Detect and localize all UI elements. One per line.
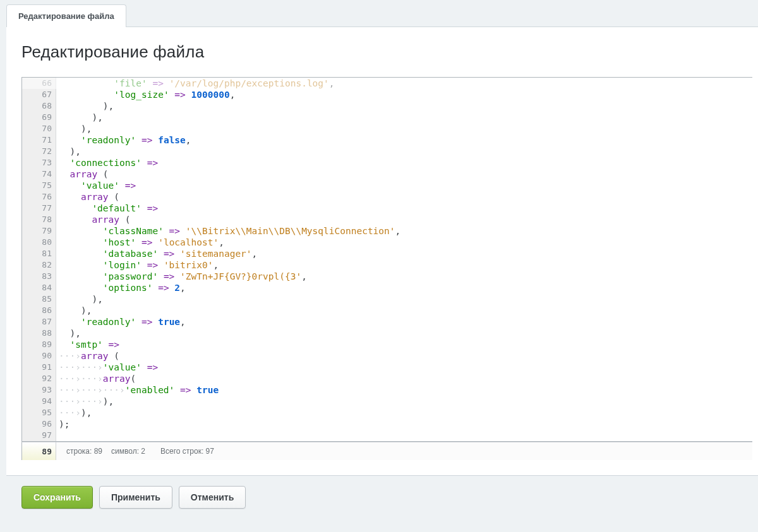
code-content[interactable]: ), xyxy=(56,305,92,316)
line-number: 83 xyxy=(22,271,56,282)
line-number: 80 xyxy=(22,237,56,248)
code-line[interactable]: 69 ), xyxy=(22,112,752,123)
tab-label: Редактирование файла xyxy=(18,11,114,21)
line-number: 84 xyxy=(22,282,56,293)
code-content[interactable]: ), xyxy=(56,123,92,134)
code-line[interactable]: 78 array ( xyxy=(22,214,752,225)
code-content[interactable]: array ( xyxy=(56,191,119,203)
code-line[interactable]: 71 'readonly' => false, xyxy=(22,134,752,146)
line-number: 68 xyxy=(22,100,56,112)
line-number: 72 xyxy=(22,146,56,157)
code-content[interactable]: 'readonly' => true, xyxy=(56,316,186,328)
line-number: 86 xyxy=(22,305,56,316)
save-button-label: Сохранить xyxy=(33,492,81,502)
code-content[interactable]: ), xyxy=(56,112,103,123)
page: Редактирование файла Редактирование файл… xyxy=(0,0,758,532)
code-line[interactable]: 83 'password' => 'ZwTn+JF{GV?}0rvpl({3', xyxy=(22,271,752,282)
code-line[interactable]: 95···›), xyxy=(22,407,752,418)
code-editor[interactable]: 66 'file' => '/var/log/php/exceptions.lo… xyxy=(21,77,752,442)
code-content[interactable]: ); xyxy=(56,418,69,430)
code-line[interactable]: 67 'log_size' => 1000000, xyxy=(22,89,752,100)
code-content[interactable]: ···›···›···›'enabled' => true xyxy=(56,384,219,396)
code-line[interactable]: 72 ), xyxy=(22,146,752,157)
line-number: 67 xyxy=(22,89,56,100)
code-line[interactable]: 86 ), xyxy=(22,305,752,316)
code-line[interactable]: 70 ), xyxy=(22,123,752,134)
code-line[interactable]: 81 'database' => 'sitemanager', xyxy=(22,248,752,259)
cancel-button-label: Отменить xyxy=(191,492,234,502)
code-content[interactable]: 'file' => '/var/log/php/exceptions.log', xyxy=(56,78,335,89)
line-number: 74 xyxy=(22,168,56,180)
goto-line-input[interactable]: 89 xyxy=(22,442,56,460)
code-content[interactable]: ), xyxy=(56,293,103,305)
code-line[interactable]: 80 'host' => 'localhost', xyxy=(22,237,752,248)
save-button[interactable]: Сохранить xyxy=(21,486,93,509)
line-number: 71 xyxy=(22,134,56,146)
code-content[interactable]: 'className' => '\\Bitrix\\Main\\DB\\Mysq… xyxy=(56,225,400,237)
apply-button[interactable]: Применить xyxy=(99,486,172,509)
code-content[interactable]: ···›array ( xyxy=(56,350,119,362)
tab-row: Редактирование файла xyxy=(6,0,758,27)
code-line[interactable]: 77 'default' => xyxy=(22,203,752,214)
line-number: 70 xyxy=(22,123,56,134)
code-content[interactable]: 'readonly' => false, xyxy=(56,134,191,146)
page-title: Редактирование файла xyxy=(21,42,758,62)
line-number: 66 xyxy=(22,78,56,89)
code-line[interactable]: 90···›array ( xyxy=(22,350,752,362)
code-line[interactable]: 74 array ( xyxy=(22,168,752,180)
tab-edit-file[interactable]: Редактирование файла xyxy=(6,4,126,27)
code-content[interactable]: array ( xyxy=(56,168,109,180)
code-line[interactable]: 88 ), xyxy=(22,328,752,339)
code-line[interactable]: 68 ), xyxy=(22,100,752,112)
code-content[interactable]: 'smtp' => xyxy=(56,339,119,350)
line-number: 91 xyxy=(22,362,56,373)
goto-line-value: 89 xyxy=(42,447,52,456)
line-number: 87 xyxy=(22,316,56,328)
code-editor-body[interactable]: 66 'file' => '/var/log/php/exceptions.lo… xyxy=(22,78,752,441)
code-line[interactable]: 82 'login' => 'bitrix0', xyxy=(22,259,752,271)
code-line[interactable]: 79 'className' => '\\Bitrix\\Main\\DB\\M… xyxy=(22,225,752,237)
code-content[interactable]: 'database' => 'sitemanager', xyxy=(56,248,257,259)
code-line[interactable]: 85 ), xyxy=(22,293,752,305)
status-row: строка: 89 xyxy=(56,447,102,456)
code-line[interactable]: 94···›···›), xyxy=(22,396,752,407)
code-line[interactable]: 97 xyxy=(22,430,752,441)
code-line[interactable]: 93···›···›···›'enabled' => true xyxy=(22,384,752,396)
code-line[interactable]: 66 'file' => '/var/log/php/exceptions.lo… xyxy=(22,78,752,89)
code-line[interactable]: 76 array ( xyxy=(22,191,752,203)
code-content[interactable]: ···›), xyxy=(56,407,92,418)
code-content[interactable]: 'host' => 'localhost', xyxy=(56,237,224,248)
code-content[interactable]: ···›···›'value' => xyxy=(56,362,158,373)
code-line[interactable]: 87 'readonly' => true, xyxy=(22,316,752,328)
code-line[interactable]: 91···›···›'value' => xyxy=(22,362,752,373)
line-number: 97 xyxy=(22,430,56,441)
code-content[interactable]: 'password' => 'ZwTn+JF{GV?}0rvpl({3', xyxy=(56,271,307,282)
code-line[interactable]: 73 'connections' => xyxy=(22,157,752,168)
code-line[interactable]: 75 'value' => xyxy=(22,180,752,191)
code-content[interactable]: ), xyxy=(56,328,81,339)
code-line[interactable]: 84 'options' => 2, xyxy=(22,282,752,293)
code-content[interactable]: 'value' => xyxy=(56,180,136,191)
code-line[interactable]: 89 'smtp' => xyxy=(22,339,752,350)
code-content[interactable] xyxy=(56,430,59,441)
line-number: 94 xyxy=(22,396,56,407)
panel: Редактирование файла 66 'file' => '/var/… xyxy=(6,27,758,476)
code-content[interactable]: ), xyxy=(56,146,81,157)
line-number: 85 xyxy=(22,293,56,305)
code-content[interactable]: ), xyxy=(56,100,114,112)
code-line[interactable]: 96); xyxy=(22,418,752,430)
code-content[interactable]: ···›···›), xyxy=(56,396,114,407)
code-line[interactable]: 92···›···›array( xyxy=(22,373,752,384)
code-content[interactable]: 'default' => xyxy=(56,203,158,214)
code-content[interactable]: 'options' => 2, xyxy=(56,282,186,293)
cancel-button[interactable]: Отменить xyxy=(179,486,246,509)
line-number: 95 xyxy=(22,407,56,418)
line-number: 96 xyxy=(22,418,56,430)
code-content[interactable]: 'login' => 'bitrix0', xyxy=(56,259,219,271)
status-total: Всего строк: 97 xyxy=(145,447,214,456)
code-content[interactable]: 'log_size' => 1000000, xyxy=(56,89,235,100)
code-content[interactable]: 'connections' => xyxy=(56,157,158,168)
code-content[interactable]: array ( xyxy=(56,214,131,225)
code-content[interactable]: ···›···›array( xyxy=(56,373,136,384)
status-col: символ: 2 xyxy=(102,447,145,456)
